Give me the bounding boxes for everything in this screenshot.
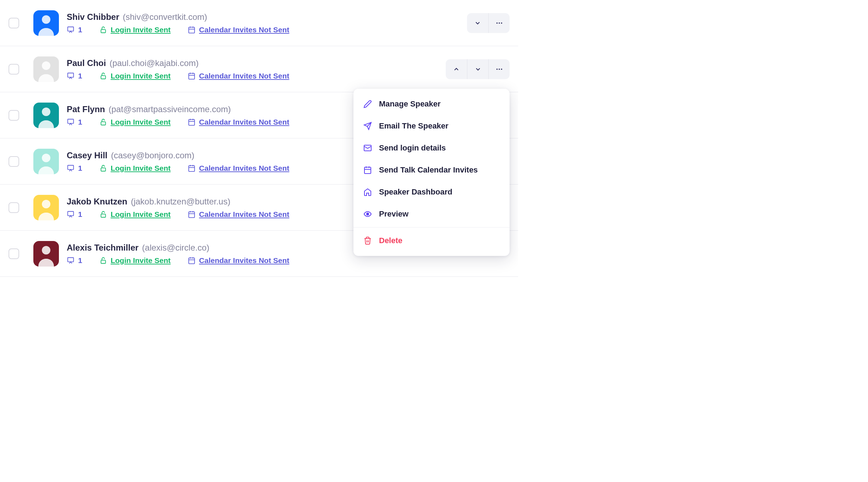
svg-point-14 xyxy=(499,69,500,70)
presentation-count: 1 xyxy=(67,256,82,265)
calendar-icon xyxy=(188,118,196,126)
presentation-icon xyxy=(67,257,75,264)
menu-label: Manage Speaker xyxy=(379,99,441,109)
unlock-icon xyxy=(99,118,107,126)
speaker-email: (shiv@convertkit.com) xyxy=(123,12,207,22)
svg-rect-4 xyxy=(189,27,195,33)
menu-send-login-details[interactable]: Send login details xyxy=(353,137,510,159)
unlock-icon xyxy=(99,257,107,264)
svg-point-22 xyxy=(42,154,50,162)
avatar xyxy=(33,241,59,267)
pencil-icon xyxy=(363,100,372,108)
calendar-icon xyxy=(188,26,196,34)
svg-point-7 xyxy=(501,22,502,24)
speaker-info: Shiv Chibber (shiv@convertkit.com) 1 Log… xyxy=(67,12,467,34)
menu-send-calendar-invites[interactable]: Send Talk Calendar Invites xyxy=(353,159,510,181)
avatar xyxy=(33,56,59,82)
svg-point-27 xyxy=(42,200,50,208)
svg-rect-34 xyxy=(101,260,105,263)
presentation-count: 1 xyxy=(67,72,82,80)
presentation-icon xyxy=(67,118,75,126)
login-invite-status[interactable]: Login Invite Sent xyxy=(99,26,171,34)
unlock-icon xyxy=(99,164,107,172)
menu-manage-speaker[interactable]: Manage Speaker xyxy=(353,93,510,115)
more-actions-button[interactable] xyxy=(488,59,510,79)
speaker-name: Alexis Teichmiller xyxy=(67,243,138,253)
speaker-name: Pat Flynn xyxy=(67,104,105,114)
svg-rect-30 xyxy=(189,212,195,218)
eye-icon xyxy=(363,210,372,218)
calendar-icon xyxy=(363,166,372,174)
speaker-info: Paul Choi (paul.choi@kajabi.com) 1 Login… xyxy=(67,58,446,80)
menu-speaker-dashboard[interactable]: Speaker Dashboard xyxy=(353,181,510,203)
more-actions-button[interactable] xyxy=(488,13,510,33)
presentation-icon xyxy=(67,72,75,80)
svg-point-13 xyxy=(496,69,498,70)
select-checkbox[interactable] xyxy=(9,202,19,213)
svg-point-1 xyxy=(42,15,50,24)
speaker-row: Shiv Chibber (shiv@convertkit.com) 1 Log… xyxy=(0,0,518,46)
avatar xyxy=(33,195,59,220)
unlock-icon xyxy=(99,210,107,218)
svg-rect-12 xyxy=(189,73,195,79)
calendar-invite-status[interactable]: Calendar Invites Not Sent xyxy=(188,256,289,265)
move-down-button[interactable] xyxy=(467,13,488,33)
select-checkbox[interactable] xyxy=(9,64,19,75)
home-icon xyxy=(363,188,372,196)
menu-label: Send login details xyxy=(379,143,446,153)
menu-email-speaker[interactable]: Email The Speaker xyxy=(353,115,510,137)
menu-label: Preview xyxy=(379,209,408,219)
svg-point-9 xyxy=(42,61,50,70)
login-invite-status[interactable]: Login Invite Sent xyxy=(99,210,171,219)
menu-label: Delete xyxy=(379,236,402,245)
calendar-invite-status[interactable]: Calendar Invites Not Sent xyxy=(188,72,289,80)
select-checkbox[interactable] xyxy=(9,110,19,121)
presentation-icon xyxy=(67,164,75,172)
select-checkbox[interactable] xyxy=(9,248,19,259)
select-checkbox[interactable] xyxy=(9,18,19,28)
calendar-invite-status[interactable]: Calendar Invites Not Sent xyxy=(188,210,289,219)
svg-point-15 xyxy=(501,69,502,70)
speaker-email: (casey@bonjoro.com) xyxy=(111,150,194,160)
speaker-actions-menu: Manage Speaker Email The Speaker Send lo… xyxy=(353,89,510,256)
envelope-icon xyxy=(363,144,372,152)
avatar xyxy=(33,10,59,36)
login-invite-status[interactable]: Login Invite Sent xyxy=(99,256,171,265)
svg-rect-37 xyxy=(364,167,371,174)
presentation-icon xyxy=(67,210,75,218)
speaker-name: Jakob Knutzen xyxy=(67,197,127,207)
svg-point-6 xyxy=(499,22,500,24)
calendar-icon xyxy=(188,210,196,218)
login-invite-status[interactable]: Login Invite Sent xyxy=(99,164,171,172)
svg-point-38 xyxy=(367,213,369,215)
login-invite-status[interactable]: Login Invite Sent xyxy=(99,72,171,80)
svg-point-17 xyxy=(42,108,50,116)
menu-delete[interactable]: Delete xyxy=(353,230,510,252)
presentation-icon xyxy=(67,26,75,34)
speaker-name: Casey Hill xyxy=(67,150,108,160)
move-down-button[interactable] xyxy=(467,59,488,79)
send-icon xyxy=(363,122,372,130)
speaker-name: Shiv Chibber xyxy=(67,12,119,22)
speaker-email: (paul.choi@kajabi.com) xyxy=(110,58,199,68)
svg-rect-10 xyxy=(68,73,74,77)
svg-point-32 xyxy=(42,246,50,254)
select-checkbox[interactable] xyxy=(9,156,19,167)
row-actions xyxy=(467,13,510,33)
calendar-invite-status[interactable]: Calendar Invites Not Sent xyxy=(188,26,289,34)
speaker-email: (alexis@circle.co) xyxy=(142,243,209,253)
menu-preview[interactable]: Preview xyxy=(353,203,510,225)
presentation-count: 1 xyxy=(67,26,82,34)
svg-rect-25 xyxy=(189,165,195,171)
move-up-button[interactable] xyxy=(446,59,467,79)
svg-rect-11 xyxy=(101,76,105,79)
svg-rect-35 xyxy=(189,258,195,264)
calendar-invite-status[interactable]: Calendar Invites Not Sent xyxy=(188,118,289,126)
svg-rect-19 xyxy=(101,122,105,125)
calendar-invite-status[interactable]: Calendar Invites Not Sent xyxy=(188,164,289,172)
row-actions xyxy=(446,59,510,79)
speaker-email: (pat@smartpassiveincome.com) xyxy=(109,104,231,114)
login-invite-status[interactable]: Login Invite Sent xyxy=(99,118,171,126)
menu-label: Speaker Dashboard xyxy=(379,187,452,197)
menu-label: Email The Speaker xyxy=(379,121,449,131)
